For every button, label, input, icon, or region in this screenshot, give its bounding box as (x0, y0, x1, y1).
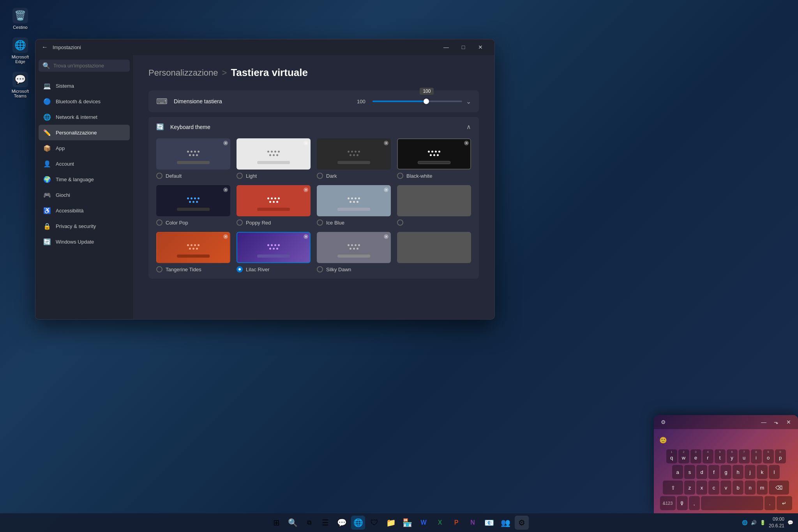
desktop-icon-edge[interactable]: 🌐 Microsoft Edge (8, 37, 33, 64)
breadcrumb-parent[interactable]: Personalizzazione (148, 68, 218, 78)
vkb-key-n[interactable]: n (745, 481, 756, 495)
sidebar-item-sistema[interactable]: 💻 Sistema (39, 78, 130, 94)
taskbar-explorer-button[interactable]: 📁 (384, 516, 398, 530)
vkb-emoji-button[interactable]: 🙂 (657, 434, 669, 446)
vkb-key-enter[interactable]: ↵ (777, 496, 792, 510)
vkb-key-z[interactable]: z (684, 481, 695, 495)
sidebar-item-network[interactable]: 🌐 Network & internet (39, 109, 130, 125)
vkb-key-space[interactable] (701, 496, 763, 510)
expand-icon[interactable]: ⌄ (466, 98, 471, 105)
vkb-key-a[interactable]: a (672, 465, 683, 479)
taskbar-outlook-button[interactable]: 📧 (482, 516, 496, 530)
taskbar-widgets-button[interactable]: ☰ (318, 516, 332, 530)
theme-item-default[interactable]: ✕ Default (156, 138, 230, 179)
radio-r2c4[interactable] (397, 219, 403, 226)
radio-cp[interactable] (156, 219, 162, 226)
maximize-button[interactable]: □ (455, 41, 471, 53)
vkb-key-i[interactable]: 8i (751, 449, 762, 463)
radio-sd[interactable] (317, 266, 323, 272)
radio-lr[interactable] (237, 266, 243, 272)
vkb-key-m[interactable]: m (757, 481, 768, 495)
sidebar-item-account[interactable]: 👤 Account (39, 156, 130, 171)
vkb-key-k[interactable]: k (757, 465, 768, 479)
theme-item-row3col4[interactable] (397, 232, 471, 272)
vkb-key-t[interactable]: 5t (715, 449, 726, 463)
sidebar-item-giochi[interactable]: 🎮 Giochi (39, 187, 130, 203)
radio-dark[interactable] (317, 173, 323, 179)
back-button[interactable]: ← (42, 44, 48, 51)
taskbar-settings-button[interactable]: ⚙ (515, 516, 529, 530)
vkb-key-r[interactable]: 4r (703, 449, 713, 463)
theme-item-tangerine[interactable]: ✕ Tangerine Tides (156, 232, 230, 272)
taskbar-battery-icon[interactable]: 🔋 (760, 520, 766, 525)
vkb-key-v[interactable]: v (720, 481, 731, 495)
theme-item-light[interactable]: ✕ Light (237, 138, 311, 179)
theme-item-lilacriver[interactable]: ✕ Lilac River (237, 232, 311, 272)
theme-item-row2col4[interactable] (397, 185, 471, 226)
vkb-key-special[interactable]: &123 (660, 496, 676, 510)
vkb-key-backspace[interactable]: ⌫ (769, 481, 789, 495)
sidebar-item-windows-update[interactable]: 🔄 Windows Update (39, 234, 130, 249)
radio-tt[interactable] (156, 266, 162, 272)
desktop-icon-cestino[interactable]: 🗑️ Cestino (8, 8, 33, 30)
radio-bw[interactable] (397, 173, 403, 179)
sidebar-item-app[interactable]: 📦 App (39, 140, 130, 156)
vkb-key-period[interactable]: . (764, 496, 775, 510)
taskbar-taskview-button[interactable]: ⧉ (302, 516, 316, 530)
vkb-key-e[interactable]: 3e (690, 449, 701, 463)
vkb-dock-button[interactable]: ⬎ (772, 417, 781, 427)
radio-default[interactable] (156, 173, 162, 179)
vkb-key-x[interactable]: x (696, 481, 707, 495)
close-button[interactable]: ✕ (473, 41, 488, 53)
theme-item-colorpop[interactable]: ✕ Color Pop (156, 185, 230, 226)
taskbar-clock[interactable]: 09:00 20.6.21 (769, 516, 784, 529)
vkb-key-j[interactable]: j (745, 465, 756, 479)
taskbar-volume-icon[interactable]: 🔊 (751, 520, 757, 525)
vkb-key-s[interactable]: s (684, 465, 695, 479)
taskbar-start-button[interactable]: ⊞ (269, 516, 283, 530)
taskbar-store-button[interactable]: 🏪 (400, 516, 414, 530)
minimize-button[interactable]: — (438, 41, 454, 53)
vkb-key-g[interactable]: g (720, 465, 731, 479)
vkb-key-shift[interactable]: ⇧ (663, 481, 683, 495)
slider-thumb[interactable]: 100 (424, 99, 429, 104)
radio-pr[interactable] (237, 219, 243, 226)
sidebar-item-accessibilita[interactable]: ♿ Accessibilità (39, 203, 130, 218)
theme-collapse-icon[interactable]: ∧ (466, 123, 471, 131)
vkb-key-f[interactable]: f (708, 465, 719, 479)
search-box[interactable]: 🔍 (39, 60, 130, 72)
vkb-key-comma[interactable]: , (689, 496, 700, 510)
radio-ib[interactable] (317, 219, 323, 226)
taskbar-chat-button[interactable]: 💬 (335, 516, 349, 530)
taskbar-edge-button[interactable]: 🌐 (351, 516, 365, 530)
vkb-key-d[interactable]: d (696, 465, 707, 479)
slider-track[interactable]: 100 (373, 101, 462, 102)
taskbar-excel-button[interactable]: X (433, 516, 447, 530)
vkb-key-c[interactable]: c (708, 481, 719, 495)
theme-item-blackwhite[interactable]: ✕ Black-white (397, 138, 471, 179)
radio-light[interactable] (237, 173, 243, 179)
taskbar-ppt-button[interactable]: P (449, 516, 463, 530)
vkb-key-mic[interactable]: 🎙 (677, 496, 688, 510)
theme-item-poppyred[interactable]: ✕ Poppy Red (237, 185, 311, 226)
vkb-minimize-button[interactable]: — (759, 417, 768, 427)
vkb-settings-button[interactable]: ⚙ (659, 417, 668, 427)
vkb-key-b[interactable]: b (733, 481, 743, 495)
taskbar-onenote-button[interactable]: N (466, 516, 480, 530)
sidebar-item-time[interactable]: 🌍 Time & language (39, 171, 130, 187)
sidebar-item-personalizzazione[interactable]: ✏️ Personalizzazione (39, 125, 130, 140)
sidebar-item-privacy[interactable]: 🔒 Privacy & security (39, 218, 130, 234)
vkb-key-y[interactable]: 6y (727, 449, 738, 463)
vkb-close-button[interactable]: ✕ (784, 417, 793, 427)
vkb-key-l[interactable]: l (769, 465, 780, 479)
theme-item-dark[interactable]: ✕ Dark (317, 138, 391, 179)
sidebar-item-bluetooth[interactable]: 🔵 Bluetooth & devices (39, 94, 130, 109)
theme-item-iceblue[interactable]: ✕ Ice Blue (317, 185, 391, 226)
vkb-key-q[interactable]: 1q (666, 449, 677, 463)
taskbar-network-icon[interactable]: 🌐 (742, 520, 748, 525)
vkb-key-o[interactable]: 9o (763, 449, 774, 463)
vkb-key-p[interactable]: 0p (775, 449, 786, 463)
taskbar-search-button[interactable]: 🔍 (286, 516, 300, 530)
taskbar-edge2-button[interactable]: 🛡 (367, 516, 381, 530)
taskbar-notification-icon[interactable]: 💬 (787, 520, 793, 525)
